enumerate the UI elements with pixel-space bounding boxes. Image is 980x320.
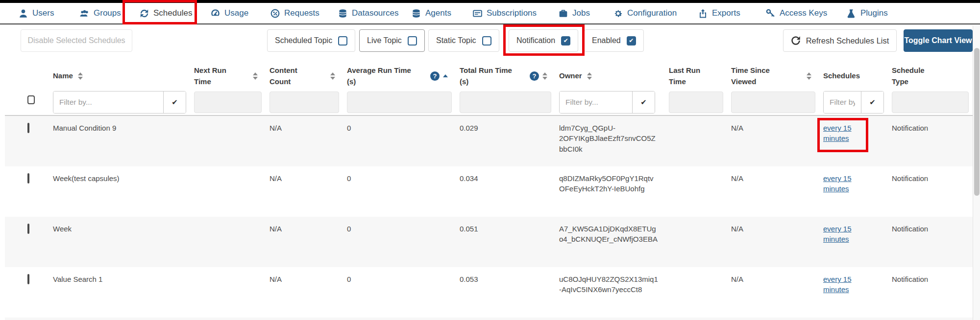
owner-filter-input[interactable] xyxy=(560,91,632,113)
cell-content-count: N/A xyxy=(266,217,343,267)
nav-label: Jobs xyxy=(572,8,590,18)
cell-last-run-time xyxy=(665,166,727,217)
disable-selected-schedules-button[interactable]: Disable Selected Schedules xyxy=(21,29,132,52)
header-time-since-viewed[interactable]: Time SinceViewed xyxy=(727,61,819,91)
schedule-link[interactable]: every 15 minutes xyxy=(823,123,858,144)
table-row: Week(test capsules) N/A 0 0.034 q8DIZMaR… xyxy=(5,166,973,217)
sort-icon[interactable] xyxy=(330,72,335,80)
table-row: Value Search 1 N/A 0 0.053 uC8OJqHUY82ZQ… xyxy=(5,267,973,318)
filter-toggle-label: Notification xyxy=(516,36,555,45)
nav-label: Datasources xyxy=(352,8,398,18)
nav-item-usage[interactable]: Usage xyxy=(211,3,248,23)
cell-owner: A7_KW5GA1DjDKqdX8ETUgo4_bCKNUQEr_cNWfjO3… xyxy=(555,217,665,267)
filter-avg-run-cell xyxy=(343,91,456,115)
nav-label: Users xyxy=(32,8,54,18)
filter-toggle-enabled[interactable]: Enabled xyxy=(584,29,644,52)
row-checkbox[interactable] xyxy=(27,123,29,133)
cell-total-run-time: 0.051 xyxy=(456,217,555,267)
nav-item-schedules[interactable]: Schedules xyxy=(140,3,192,23)
nav-item-access-keys[interactable]: Access Keys xyxy=(766,3,827,23)
schedule-link[interactable]: every 15 minutes xyxy=(823,224,858,245)
row-checkbox[interactable] xyxy=(27,224,29,234)
nav-item-jobs[interactable]: Jobs xyxy=(559,3,590,23)
total-run-filter-disabled xyxy=(460,91,551,113)
sort-icon[interactable] xyxy=(253,72,258,80)
sort-icon[interactable] xyxy=(587,72,592,80)
nav-item-groups[interactable]: Groups xyxy=(80,3,121,23)
filter-toggle-notification[interactable]: Notification xyxy=(509,29,578,52)
help-icon[interactable] xyxy=(530,71,539,81)
row-select-cell xyxy=(5,166,49,217)
export-icon xyxy=(698,9,708,18)
checkbox-checked-icon[interactable] xyxy=(561,36,570,46)
sort-icon[interactable] xyxy=(807,72,811,80)
nav-label: Agents xyxy=(425,8,451,18)
refresh-schedules-list-button[interactable]: Refresh Schedules List xyxy=(783,29,897,52)
filter-content-count-cell xyxy=(266,91,343,115)
nav-item-agents[interactable]: Agents xyxy=(412,3,451,23)
content-count-filter-disabled xyxy=(270,91,339,113)
row-select-cell xyxy=(5,116,49,166)
row-checkbox[interactable] xyxy=(27,274,29,284)
nav-item-requests[interactable]: Requests xyxy=(270,3,319,23)
table-row-partial xyxy=(5,318,973,320)
table-row: Week N/A 0 0.051 A7_KW5GA1DjDKqdX8ETUgo4… xyxy=(5,217,973,267)
vertical-scrollbar[interactable] xyxy=(973,25,980,320)
nav-item-users[interactable]: Users xyxy=(19,3,54,23)
apply-filter-button[interactable] xyxy=(861,91,883,113)
checkbox-unchecked-icon[interactable] xyxy=(482,36,491,46)
name-filter-input[interactable] xyxy=(53,91,163,113)
cell-last-run-time xyxy=(665,267,727,318)
header-label: Type xyxy=(892,76,925,87)
cell-schedule-type: Notification xyxy=(888,166,973,217)
sort-asc-icon[interactable] xyxy=(443,74,448,77)
header-content-count[interactable]: ContentCount xyxy=(266,61,343,91)
select-all-checkbox[interactable] xyxy=(27,95,35,104)
database-icon xyxy=(338,9,347,18)
header-select xyxy=(5,61,49,91)
help-icon[interactable] xyxy=(430,71,440,81)
nav-item-exports[interactable]: Exports xyxy=(698,3,740,23)
cell-total-run-time: 0.029 xyxy=(456,116,555,166)
header-next-run-time[interactable]: Next RunTime xyxy=(190,61,266,91)
last-run-filter-disabled xyxy=(669,91,723,113)
nav-item-plugins[interactable]: Plugins xyxy=(847,3,888,23)
row-checkbox[interactable] xyxy=(27,173,29,183)
schedule-link[interactable]: every 15 minutes xyxy=(823,173,858,194)
nav-item-datasources[interactable]: Datasources xyxy=(338,3,398,23)
filter-select-cell xyxy=(5,91,49,115)
header-label: Name xyxy=(53,70,73,81)
nav-item-configuration[interactable]: Configuration xyxy=(613,3,677,23)
filter-toggle-static-topic[interactable]: Static Topic xyxy=(428,29,499,52)
checkbox-unchecked-icon[interactable] xyxy=(338,36,347,46)
user-icon xyxy=(19,9,28,18)
sort-icon[interactable] xyxy=(542,72,547,80)
header-average-run-time[interactable]: Average Run Time(s) xyxy=(343,61,456,91)
cell-name: Manual Condition 9 xyxy=(49,116,190,166)
header-owner[interactable]: Owner xyxy=(555,61,665,91)
apply-filter-button[interactable] xyxy=(163,91,186,113)
nav-label: Usage xyxy=(224,8,248,18)
apply-filter-button[interactable] xyxy=(632,91,655,113)
checkbox-unchecked-icon[interactable] xyxy=(408,36,417,46)
sort-icon[interactable] xyxy=(78,72,83,80)
scrollbar-thumb[interactable] xyxy=(974,48,980,196)
filter-toggle-scheduled-topic[interactable]: Scheduled Topic xyxy=(267,29,355,52)
percent-icon xyxy=(270,9,280,18)
filter-toggle-live-topic[interactable]: Live Topic xyxy=(359,29,425,52)
header-name[interactable]: Name xyxy=(49,61,190,91)
checkbox-checked-icon[interactable] xyxy=(627,36,636,46)
cell-owner: q8DIZMaRky5OF0PgY1RqtvOFeEyHckT2hY-IeBUo… xyxy=(555,166,665,217)
cell-schedules: every 15 minutes xyxy=(819,217,888,267)
schedule-type-filter-disabled xyxy=(892,91,969,113)
schedule-link[interactable]: every 15 minutes xyxy=(823,274,858,295)
cell-avg-run-time: 0 xyxy=(343,267,456,318)
header-total-run-time[interactable]: Total Run Time(s) xyxy=(456,61,555,91)
cell-total-run-time: 0.034 xyxy=(456,166,555,217)
cell-last-run-time xyxy=(665,116,727,166)
nav-item-subscriptions[interactable]: Subscriptions xyxy=(473,3,537,23)
toggle-chart-view-button[interactable]: Toggle Chart View xyxy=(904,29,973,52)
cell-schedules: every 15 minutes xyxy=(819,166,888,217)
cell-name: Week(test capsules) xyxy=(49,166,190,217)
schedules-filter-input[interactable] xyxy=(824,91,861,113)
